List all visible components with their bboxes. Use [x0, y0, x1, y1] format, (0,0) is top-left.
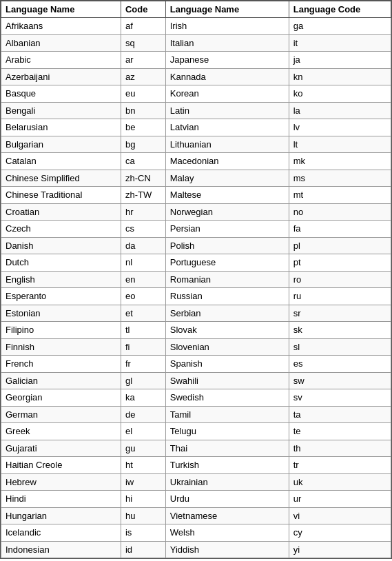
language-code-cell: la [289, 102, 391, 119]
language-name-cell: Romanian [165, 271, 289, 288]
language-name-cell: Kannada [165, 68, 289, 85]
language-name-cell: Icelandic [1, 524, 121, 542]
language-name-cell: Ukrainian [165, 473, 289, 491]
language-code-cell: sl [289, 338, 391, 356]
table-row: FinnishfiSloveniansl [1, 338, 391, 356]
language-code-cell: tr [289, 457, 391, 474]
language-code-cell: eu [121, 85, 165, 103]
language-name-cell: Hungarian [1, 507, 121, 524]
language-name-cell: Afrikaans [1, 18, 121, 35]
language-code-cell: kn [289, 68, 391, 85]
language-code-cell: ro [289, 271, 391, 288]
header-row: Language Name Code Language Name Languag… [1, 1, 391, 18]
language-code-cell: mk [289, 153, 391, 170]
language-name-cell: Catalan [1, 153, 121, 170]
table-row: Chinese Simplifiedzh-CNMalayms [1, 170, 391, 187]
language-name-cell: Lithuanian [165, 136, 289, 153]
table-row: BengalibnLatinla [1, 102, 391, 119]
language-table: Language Name Code Language Name Languag… [1, 1, 391, 558]
language-name-cell: Italian [165, 34, 289, 52]
language-code-cell: hi [121, 491, 165, 508]
header-language-code-2: Language Code [289, 1, 391, 18]
table-row: CzechcsPersianfa [1, 221, 391, 238]
language-name-cell: Bengali [1, 102, 121, 119]
table-row: GalicianglSwahilisw [1, 372, 391, 389]
language-name-cell: Chinese Traditional [1, 187, 121, 204]
language-code-cell: is [121, 524, 165, 542]
language-name-cell: Norwegian [165, 203, 289, 221]
table-row: EnglishenRomanianro [1, 271, 391, 288]
table-row: AzerbaijaniazKannadakn [1, 68, 391, 85]
language-code-cell: sv [289, 389, 391, 407]
table-row: DutchnlPortuguesept [1, 254, 391, 272]
language-name-cell: Maltese [165, 187, 289, 204]
language-code-cell: en [121, 271, 165, 288]
language-code-cell: pt [289, 254, 391, 272]
language-name-cell: Finnish [1, 338, 121, 356]
language-code-cell: ms [289, 170, 391, 187]
language-name-cell: Urdu [165, 491, 289, 508]
language-name-cell: Azerbaijani [1, 68, 121, 85]
language-name-cell: Irish [165, 18, 289, 35]
language-code-cell: ko [289, 85, 391, 103]
language-code-cell: fi [121, 338, 165, 356]
language-code-cell: vi [289, 507, 391, 524]
table-row: IcelandicisWelshcy [1, 524, 391, 542]
language-code-cell: gu [121, 440, 165, 457]
language-name-cell: Arabic [1, 52, 121, 69]
language-name-cell: Greek [1, 423, 121, 440]
language-name-cell: Czech [1, 221, 121, 238]
table-row: FrenchfrSpanishes [1, 356, 391, 373]
table-body: AfrikaansafIrishgaAlbaniansqItalianitAra… [1, 18, 391, 558]
language-code-cell: da [121, 237, 165, 254]
table-row: Haitian CreolehtTurkishtr [1, 457, 391, 474]
language-name-cell: Indonesian [1, 541, 121, 558]
language-name-cell: Galician [1, 372, 121, 389]
table-row: AfrikaansafIrishga [1, 18, 391, 35]
table-row: IndonesianidYiddishyi [1, 541, 391, 558]
language-name-cell: Korean [165, 85, 289, 103]
language-name-cell: Welsh [165, 524, 289, 542]
language-name-cell: English [1, 271, 121, 288]
language-code-cell: lv [289, 119, 391, 136]
language-code-cell: ht [121, 457, 165, 474]
language-code-cell: fr [121, 356, 165, 373]
table-row: EsperantoeoRussianru [1, 288, 391, 305]
language-code-cell: de [121, 406, 165, 423]
language-code-cell: ur [289, 491, 391, 508]
language-code-cell: bg [121, 136, 165, 153]
language-name-cell: Filipino [1, 322, 121, 339]
language-name-cell: Bulgarian [1, 136, 121, 153]
language-code-cell: eo [121, 288, 165, 305]
table-row: HungarianhuVietnamesevi [1, 507, 391, 524]
language-name-cell: French [1, 356, 121, 373]
language-code-cell: th [289, 440, 391, 457]
language-code-cell: iw [121, 473, 165, 491]
language-code-cell: es [289, 356, 391, 373]
table-row: HindihiUrduur [1, 491, 391, 508]
language-code-cell: te [289, 423, 391, 440]
table-row: CroatianhrNorwegianno [1, 203, 391, 221]
language-name-cell: Haitian Creole [1, 457, 121, 474]
language-code-cell: ka [121, 389, 165, 407]
language-code-cell: af [121, 18, 165, 35]
language-name-cell: Basque [1, 85, 121, 103]
language-name-cell: Chinese Simplified [1, 170, 121, 187]
language-code-cell: pl [289, 237, 391, 254]
language-code-cell: yi [289, 541, 391, 558]
language-name-cell: Tamil [165, 406, 289, 423]
language-code-cell: ja [289, 52, 391, 69]
language-name-cell: German [1, 406, 121, 423]
language-name-cell: Swedish [165, 389, 289, 407]
language-name-cell: Estonian [1, 305, 121, 322]
language-code-cell: zh-TW [121, 187, 165, 204]
table-row: AlbaniansqItalianit [1, 34, 391, 52]
language-name-cell: Latin [165, 102, 289, 119]
table-row: ArabicarJapaneseja [1, 52, 391, 69]
language-code-cell: be [121, 119, 165, 136]
language-code-cell: sq [121, 34, 165, 52]
table-row: BulgarianbgLithuanianlt [1, 136, 391, 153]
language-name-cell: Japanese [165, 52, 289, 69]
language-name-cell: Slovenian [165, 338, 289, 356]
language-table-container: Language Name Code Language Name Languag… [0, 0, 392, 559]
